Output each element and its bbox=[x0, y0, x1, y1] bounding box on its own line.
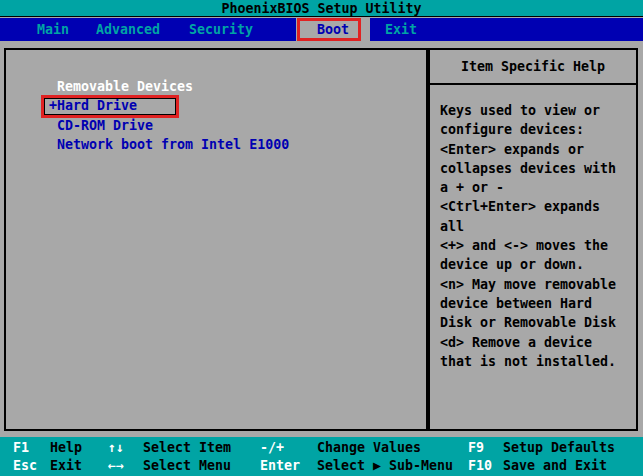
tab-boot-selected[interactable]: Boot bbox=[296, 18, 370, 41]
boot-item-cdrom-drive[interactable]: CD-ROM Drive bbox=[6, 116, 426, 135]
menu-bar: Main Advanced Security Boot Exit bbox=[0, 18, 643, 41]
title-bar: PhoenixBIOS Setup Utility bbox=[0, 0, 643, 17]
tab-main[interactable]: Main bbox=[37, 18, 69, 41]
boot-order-panel: Removable Devices +Hard Drive CD-ROM Dri… bbox=[4, 48, 428, 431]
key-leftright-arrows-icon: ←→ bbox=[108, 456, 124, 475]
help-line: a + or - bbox=[440, 178, 632, 197]
key-leftright-label: Select Menu bbox=[143, 456, 231, 475]
help-line: device between Hard bbox=[440, 294, 632, 313]
help-line: <Ctrl+Enter> expands bbox=[440, 197, 632, 216]
help-line: Keys used to view or bbox=[440, 101, 632, 120]
help-line: <+> and <-> moves the bbox=[440, 236, 632, 255]
key-f9: F9 bbox=[468, 438, 484, 457]
key-esc-label: Exit bbox=[50, 456, 82, 475]
boot-item-hard-drive[interactable]: +Hard Drive bbox=[6, 96, 426, 115]
key-f9-label: Setup Defaults bbox=[503, 438, 615, 457]
tab-advanced[interactable]: Advanced bbox=[96, 18, 160, 41]
help-line: Disk or Removable Disk bbox=[440, 313, 632, 332]
boot-item-network-boot[interactable]: Network boot from Intel E1000 bbox=[6, 135, 426, 154]
key-esc: Esc bbox=[13, 456, 37, 475]
key-minus-plus-label: Change Values bbox=[317, 438, 421, 457]
help-line: collapses devices with bbox=[440, 159, 632, 178]
help-line: <Enter> expands or bbox=[440, 140, 632, 159]
key-updown-label: Select Item bbox=[143, 438, 231, 457]
help-line: all bbox=[440, 217, 632, 236]
key-legend-bar: F1 Help ↑↓ Select Item -/+ Change Values… bbox=[0, 437, 643, 476]
key-enter: Enter bbox=[260, 456, 300, 475]
bios-setup-screen: PhoenixBIOS Setup Utility Main Advanced … bbox=[0, 0, 643, 476]
item-specific-help-panel: Item Specific Help Keys used to view or … bbox=[428, 48, 638, 431]
tab-exit[interactable]: Exit bbox=[385, 18, 417, 41]
key-f10-label: Save and Exit bbox=[503, 456, 607, 475]
key-minus-plus: -/+ bbox=[260, 438, 284, 457]
key-updown-arrows-icon: ↑↓ bbox=[108, 438, 124, 457]
boot-item-removable-devices[interactable]: Removable Devices bbox=[6, 77, 426, 96]
key-enter-label: Select ▶ Sub-Menu bbox=[317, 456, 453, 475]
key-f10: F10 bbox=[468, 456, 492, 475]
help-panel-body: Keys used to view or configure devices: … bbox=[430, 85, 636, 371]
help-line: <d> Remove a device bbox=[440, 333, 632, 352]
key-f1: F1 bbox=[13, 438, 29, 457]
help-line: device up or down. bbox=[440, 255, 632, 274]
help-line: that is not installed. bbox=[440, 352, 632, 371]
help-line: <n> May move removable bbox=[440, 275, 632, 294]
app-title: PhoenixBIOS Setup Utility bbox=[221, 1, 421, 16]
tab-security[interactable]: Security bbox=[189, 18, 253, 41]
help-panel-title: Item Specific Help bbox=[430, 50, 636, 85]
key-f1-label: Help bbox=[50, 438, 82, 457]
help-line: configure devices: bbox=[440, 120, 632, 139]
